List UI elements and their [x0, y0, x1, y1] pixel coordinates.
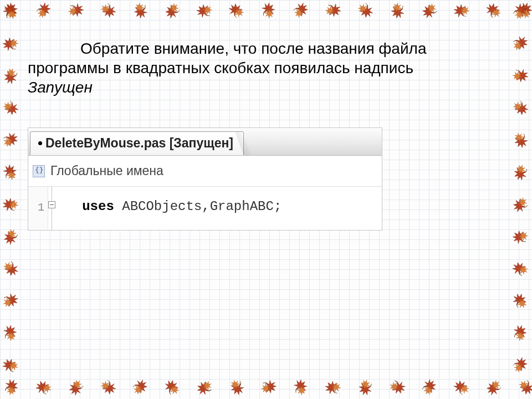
maple-leaf-icon [512, 100, 529, 116]
maple-leaf-icon [509, 321, 531, 344]
maple-leaf-icon [131, 378, 150, 397]
tab-bar: DeleteByMouse.pas [Запущен] [28, 128, 382, 156]
code-text: ABCObjects,GraphABC; [114, 199, 282, 214]
line-number: 1 [38, 201, 44, 214]
maple-leaf-icon [511, 259, 530, 279]
maple-leaf-icon [321, 376, 345, 399]
maple-leaf-icon [100, 2, 116, 19]
maple-leaf-icon [514, 0, 532, 22]
code-keyword: uses [82, 199, 114, 214]
maple-leaf-icon [228, 2, 245, 19]
maple-leaf-icon [162, 377, 182, 397]
maple-leaf-icon [453, 378, 470, 396]
maple-leaf-icon [387, 377, 408, 398]
maple-leaf-icon [484, 1, 504, 21]
maple-leaf-icon [225, 376, 248, 398]
maple-leaf-icon [0, 161, 22, 184]
maple-leaf-icon [511, 356, 529, 374]
maple-leaf-icon [1, 259, 21, 279]
maple-leaf-icon [163, 2, 181, 19]
maple-leaf-icon [0, 355, 21, 376]
maple-leaf-icon [66, 378, 85, 397]
maple-leaf-icon [100, 379, 116, 396]
maple-leaf-icon [2, 100, 19, 116]
maple-leaf-icon [420, 1, 439, 21]
braces-icon [33, 165, 45, 177]
maple-leaf-icon [510, 195, 530, 214]
maple-leaf-icon [450, 0, 473, 22]
maple-leaf-icon [0, 130, 21, 151]
maple-leaf-icon [193, 376, 216, 398]
maple-leaf-icon [485, 378, 503, 397]
maple-leaf-icon [0, 321, 22, 345]
maple-leaf-icon [509, 161, 531, 183]
maple-leaf-icon [257, 0, 280, 22]
text-line1: Обратите внимание, что после названия фа… [80, 40, 426, 57]
maple-leaf-icon [292, 2, 310, 20]
maple-leaf-icon [0, 290, 22, 313]
tab-title: DeleteByMouse.pas [Запущен] [45, 136, 233, 151]
maple-leaf-icon [257, 376, 280, 399]
scope-row[interactable]: Глобальные имена [28, 156, 382, 187]
maple-leaf-icon [386, 0, 409, 22]
maple-leaf-icon [0, 1, 22, 23]
intro-paragraph: Обратите внимание, что после названия фа… [28, 39, 504, 97]
maple-leaf-icon [356, 1, 375, 20]
maple-leaf-icon [321, 0, 345, 22]
maple-leaf-icon [0, 65, 21, 86]
text-line2: программы в квадратных скобках появилась… [28, 59, 413, 76]
maple-leaf-icon [33, 377, 54, 397]
editor-tab[interactable]: DeleteByMouse.pas [Запущен] [30, 131, 244, 155]
maple-leaf-icon [510, 2, 530, 22]
maple-leaf-icon [516, 377, 532, 397]
maple-leaf-icon [509, 33, 531, 54]
line-number-gutter: 1 [28, 187, 48, 230]
maple-leaf-icon [64, 0, 88, 22]
maple-leaf-icon [509, 64, 532, 88]
maple-leaf-icon [289, 376, 313, 399]
maple-leaf-icon [509, 129, 532, 152]
maple-leaf-icon [354, 376, 376, 398]
maple-leaf-icon [1, 227, 21, 247]
maple-leaf-icon [0, 193, 22, 216]
maple-leaf-icon [1, 376, 23, 398]
maple-leaf-icon [35, 2, 52, 19]
maple-leaf-icon [193, 0, 216, 22]
slide-content: Обратите внимание, что после названия фа… [28, 39, 504, 366]
ide-screenshot: DeleteByMouse.pas [Запущен] Глобальные и… [28, 127, 382, 231]
fold-minus-icon[interactable] [48, 201, 55, 208]
modified-dot-icon [38, 141, 42, 145]
maple-leaf-icon [0, 32, 22, 55]
maple-leaf-icon [509, 225, 532, 248]
code-row: 1 uses ABCObjects,GraphABC; [28, 187, 382, 230]
text-italic-zapushchen: Запущен [28, 79, 93, 96]
code-cell[interactable]: uses ABCObjects,GraphABC; [48, 187, 382, 230]
maple-leaf-icon [509, 290, 531, 312]
maple-leaf-icon [0, 0, 23, 22]
maple-leaf-icon [420, 378, 439, 397]
scope-label: Глобальные имена [50, 163, 163, 178]
maple-leaf-icon [129, 0, 152, 22]
